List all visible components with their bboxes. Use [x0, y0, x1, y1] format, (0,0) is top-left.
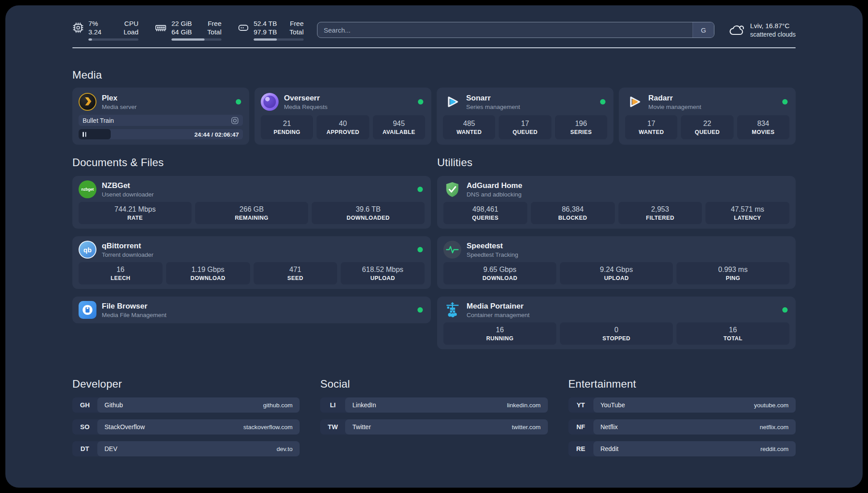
- stat-value: 40: [339, 119, 347, 128]
- app-card-qbittorrent[interactable]: qb qBittorrent Torrent downloader 16 LEE…: [72, 236, 431, 289]
- bookmark-name: YouTube: [601, 401, 625, 409]
- stat-tile: 9.24 Gbps UPLOAD: [560, 262, 673, 284]
- topbar-divider: [72, 47, 796, 48]
- cpu-usage-label: CPU: [120, 19, 138, 28]
- search-provider-button[interactable]: G: [693, 22, 714, 38]
- filebrowser-icon: [79, 301, 96, 319]
- search-input[interactable]: [317, 22, 693, 38]
- stat-tile: 40 APPROVED: [317, 115, 369, 139]
- dashboard-panel: 7% 3.24 CPU Load: [5, 5, 863, 488]
- bookmark-url: netflix.com: [760, 424, 789, 430]
- section-title-social: Social: [320, 378, 547, 390]
- bookmark-group-entertainment: Entertainment YT YouTube youtube.com NF …: [568, 378, 796, 456]
- bookmark-youtube[interactable]: YT YouTube youtube.com: [568, 397, 796, 413]
- stat-label: BLOCKED: [558, 215, 587, 221]
- stat-value: 196: [575, 119, 587, 128]
- sonarr-icon: [443, 93, 461, 111]
- stat-label: TOTAL: [723, 335, 743, 342]
- ram-total-value: 64 GiB: [171, 28, 196, 36]
- app-subtitle: Container management: [467, 311, 530, 319]
- disk-total-value: 97.9 TB: [254, 28, 279, 36]
- bookmark-linkedin[interactable]: LI LinkedIn linkedin.com: [320, 397, 547, 413]
- app-card-speedtest[interactable]: Speedtest Speedtest Tracking 9.65 Gbps D…: [437, 236, 796, 289]
- stat-tile: 17 WANTED: [625, 115, 677, 139]
- ram-total-label: Total: [203, 28, 221, 36]
- app-card-portainer[interactable]: Media Portainer Container management 16 …: [437, 297, 796, 349]
- bookmark-url: youtube.com: [754, 402, 789, 409]
- app-name: NZBGet: [102, 181, 154, 190]
- bookmark-reddit[interactable]: RE Reddit reddit.com: [568, 441, 796, 456]
- disk-total-label: Total: [285, 28, 304, 36]
- bookmark-name: LinkedIn: [352, 401, 376, 409]
- app-card-radarr[interactable]: Radarr Movie management 17 WANTED 22 QUE…: [619, 88, 796, 145]
- overseerr-icon: [261, 93, 279, 111]
- disk-progress-fill: [254, 38, 277, 41]
- memory-stat-widget: 22 GiB 64 GiB Free Total: [154, 19, 221, 41]
- bookmark-abbr: DT: [72, 441, 97, 456]
- status-online-dot: [782, 307, 788, 313]
- stat-label: LEECH: [111, 275, 130, 281]
- app-card-filebrowser[interactable]: File Browser Media File Management: [72, 297, 431, 323]
- bookmark-dev[interactable]: DT DEV dev.to: [72, 441, 300, 456]
- stat-value: 485: [463, 119, 475, 128]
- status-online-dot: [417, 187, 423, 192]
- app-card-sonarr[interactable]: Sonarr Series management 485 WANTED 17 Q…: [437, 88, 613, 145]
- status-online-dot: [417, 247, 423, 252]
- stat-tile: 1.19 Gbps DOWNLOAD: [166, 262, 250, 284]
- bookmark-github[interactable]: GH Github github.com: [72, 397, 300, 413]
- stat-tile: 618.52 Mbps UPLOAD: [341, 262, 425, 284]
- bookmark-group-social: Social LI LinkedIn linkedin.com TW Twitt…: [320, 378, 547, 435]
- utilities-column: Utilities AdGuard Home: [437, 156, 796, 349]
- pause-icon[interactable]: [83, 132, 86, 137]
- bookmark-netflix[interactable]: NF Netflix netflix.com: [568, 419, 796, 435]
- ram-progress-fill: [171, 38, 204, 41]
- bookmark-name: Netflix: [601, 423, 618, 430]
- stat-value: 21: [283, 119, 291, 128]
- disk-free-value: 52.4 TB: [254, 19, 279, 28]
- adguard-icon: [443, 180, 461, 198]
- app-name: Sonarr: [466, 93, 520, 103]
- player-view-icon[interactable]: [231, 117, 239, 125]
- search-bar: G: [317, 22, 714, 38]
- stat-value: 2,953: [651, 205, 669, 213]
- app-card-plex[interactable]: Plex Media server Bullet Train 24:44 / 0…: [72, 88, 249, 145]
- app-subtitle: Media File Management: [102, 311, 167, 319]
- stat-tile: 471 SEED: [254, 262, 338, 284]
- app-name: File Browser: [102, 301, 167, 311]
- stat-tile: 17 QUEUED: [499, 115, 551, 139]
- stat-label: SEED: [288, 275, 304, 281]
- section-title-developer: Developer: [72, 378, 300, 390]
- stat-label: UPLOAD: [604, 275, 629, 281]
- app-subtitle: Series management: [466, 103, 520, 111]
- cloud-icon: [728, 22, 745, 38]
- cpu-load-value: 3.24: [88, 28, 113, 36]
- bookmark-stackoverflow[interactable]: SO StackOverflow stackoverflow.com: [72, 419, 300, 435]
- stat-value: 945: [393, 119, 405, 128]
- top-bar: 7% 3.24 CPU Load: [72, 17, 796, 43]
- app-subtitle: DNS and adblocking: [467, 191, 522, 198]
- bookmark-url: twitter.com: [512, 424, 541, 430]
- stat-tile: 16 RUNNING: [443, 322, 556, 345]
- weather-widget[interactable]: Lviv, 16.87°C scattered clouds: [728, 21, 796, 38]
- app-card-adguard[interactable]: AdGuard Home DNS and adblocking 498,461 …: [437, 176, 796, 229]
- bookmark-url: linkedin.com: [507, 402, 541, 409]
- stat-value: 618.52 Mbps: [362, 265, 404, 274]
- stat-tile: 47.571 ms LATENCY: [705, 202, 789, 224]
- stat-value: 266 GB: [239, 205, 263, 213]
- app-subtitle: Usenet downloader: [102, 191, 154, 198]
- now-playing-row: Bullet Train: [79, 115, 243, 126]
- status-online-dot: [782, 99, 788, 104]
- bookmark-abbr: YT: [568, 397, 593, 413]
- stat-value: 16: [117, 265, 125, 274]
- section-title-media: Media: [72, 69, 796, 81]
- section-title-utilities: Utilities: [437, 156, 796, 169]
- stat-label: QUEUED: [695, 129, 720, 135]
- app-card-overseerr[interactable]: Overseerr Media Requests 21 PENDING 40 A…: [255, 88, 431, 145]
- bookmark-abbr: RE: [568, 441, 593, 456]
- bookmark-twitter[interactable]: TW Twitter twitter.com: [320, 419, 547, 435]
- stat-tile: 744.21 Mbps RATE: [79, 202, 192, 224]
- stat-label: RUNNING: [486, 335, 513, 342]
- app-card-nzbget[interactable]: nzbget NZBGet Usenet downloader 744.21 M…: [72, 176, 431, 229]
- playback-progress-bar[interactable]: 24:44 / 02:06:47: [79, 129, 243, 139]
- nzbget-icon: nzbget: [79, 180, 96, 198]
